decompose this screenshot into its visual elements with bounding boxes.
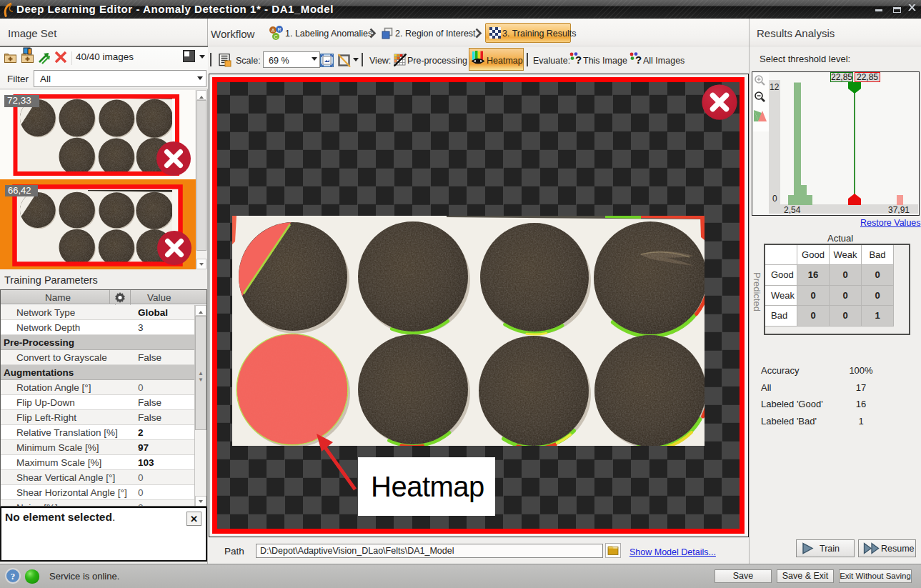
svg-text:?: ? (635, 54, 642, 66)
svg-text:C: C (274, 34, 277, 39)
svg-text:?: ? (575, 54, 582, 66)
svg-text:A: A (272, 28, 275, 33)
svg-text:R: R (277, 27, 281, 32)
svg-text:?: ? (11, 571, 16, 582)
